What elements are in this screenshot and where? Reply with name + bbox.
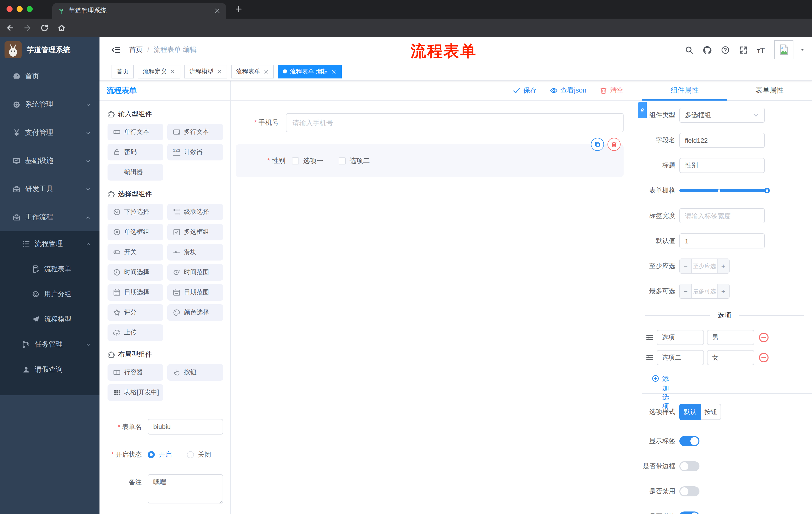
form-name-input[interactable] xyxy=(148,419,223,435)
component-item-select[interactable]: 下拉选择 xyxy=(108,204,163,220)
toggle-switch[interactable] xyxy=(679,461,699,471)
drag-handle-icon[interactable] xyxy=(646,354,654,361)
drag-handle-icon[interactable] xyxy=(646,333,654,342)
home-button[interactable] xyxy=(57,24,66,32)
delete-widget-button[interactable] xyxy=(608,138,620,151)
tab-form-props[interactable]: 表单属性 xyxy=(727,81,812,100)
tag-close-icon[interactable] xyxy=(170,69,175,74)
sidebar-item-briefcase[interactable]: 工作流程 xyxy=(0,203,99,231)
maximize-window-button[interactable] xyxy=(27,6,33,12)
component-item-clock[interactable]: 时间选择 xyxy=(108,264,163,281)
status-on-radio[interactable] xyxy=(148,451,155,458)
status-off-radio[interactable] xyxy=(187,451,194,458)
option-value-input[interactable] xyxy=(707,330,754,345)
checkbox[interactable] xyxy=(292,157,299,164)
window-controls[interactable] xyxy=(6,6,33,12)
sidebar-item-flow-list[interactable]: 流程管理 xyxy=(0,231,99,256)
tag-view-item[interactable]: 流程模型 xyxy=(184,64,227,78)
component-item-pointer[interactable]: 按钮 xyxy=(167,364,223,381)
stepper-value[interactable]: 最多可选 xyxy=(692,284,717,298)
font-size-icon[interactable]: TT xyxy=(757,46,765,54)
breadcrumb-root[interactable]: 首页 xyxy=(129,45,143,54)
tag-close-icon[interactable] xyxy=(331,69,337,74)
tab-close-icon[interactable] xyxy=(214,7,221,14)
status-on-label[interactable]: 开启 xyxy=(159,450,172,459)
tag-view-item[interactable]: 流程表单 xyxy=(231,64,274,78)
minimize-window-button[interactable] xyxy=(17,6,23,12)
github-icon[interactable] xyxy=(703,46,711,54)
title-input[interactable] xyxy=(679,158,765,173)
component-item-textarea[interactable]: 多行文本 xyxy=(167,124,223,140)
save-button[interactable]: 保存 xyxy=(513,86,536,95)
sidebar-item-user[interactable]: 请假查询 xyxy=(0,357,99,382)
sidebar-item-yen[interactable]: 支付管理 xyxy=(0,119,99,147)
field-name-input[interactable] xyxy=(679,133,765,148)
component-item-row[interactable]: 行容器 xyxy=(108,364,163,381)
style-button-button[interactable]: 按钮 xyxy=(701,404,721,420)
option-label-input[interactable] xyxy=(657,350,704,365)
clear-button[interactable]: 清空 xyxy=(600,86,624,95)
tag-view-item[interactable]: 首页 xyxy=(112,64,134,78)
option-value-input[interactable] xyxy=(707,350,754,365)
status-off-label[interactable]: 关闭 xyxy=(198,450,211,459)
stepper-plus-button[interactable]: + xyxy=(717,259,729,273)
component-item-cascader[interactable]: 级联选择 xyxy=(167,204,223,220)
component-item-switch[interactable]: 开关 xyxy=(108,244,163,261)
sidebar-item-doc-edit[interactable]: 流程表单 xyxy=(0,256,99,282)
back-button[interactable] xyxy=(6,24,14,32)
label-width-input[interactable] xyxy=(679,208,765,223)
new-tab-button[interactable] xyxy=(235,5,243,13)
component-item-checkbox[interactable]: 多选框组 xyxy=(167,224,223,240)
component-item-radio[interactable]: 单选框组 xyxy=(108,224,163,240)
help-icon[interactable] xyxy=(721,46,729,54)
component-type-select[interactable]: 多选框组 xyxy=(679,108,765,123)
checkbox[interactable] xyxy=(339,157,345,164)
sidebar-item-toolbox[interactable]: 研发工具 xyxy=(0,175,99,203)
form-grid-slider[interactable] xyxy=(679,189,766,192)
fullscreen-icon[interactable] xyxy=(739,46,748,54)
sidebar-item-paper-plane[interactable]: 流程模型 xyxy=(0,307,99,332)
toggle-switch[interactable] xyxy=(679,512,699,514)
component-item-palette[interactable]: 颜色选择 xyxy=(167,304,223,321)
tag-view-item[interactable]: 流程定义 xyxy=(138,64,180,78)
selected-widget-gender[interactable]: 性别 选项一 选项二 xyxy=(236,144,624,177)
stepper-plus-button[interactable]: + xyxy=(717,284,729,298)
gender-option-2[interactable]: 选项二 xyxy=(339,156,370,165)
view-json-button[interactable]: 查看json xyxy=(550,86,586,95)
component-item-calendar-range[interactable]: 日期范围 xyxy=(167,284,223,301)
component-item-counter[interactable]: 123计数器 xyxy=(167,144,223,160)
component-item-input-line[interactable]: 单行文本 xyxy=(108,124,163,140)
stepper-minus-button[interactable]: − xyxy=(680,259,692,273)
slider-handle[interactable] xyxy=(764,188,770,193)
sidebar-item-monitor[interactable]: 基础设施 xyxy=(0,147,99,175)
option-label-input[interactable] xyxy=(657,330,704,345)
default-value-input[interactable] xyxy=(679,233,765,248)
phone-field-input[interactable] xyxy=(286,113,624,132)
tab-component-props[interactable]: 组件属性 xyxy=(642,81,727,100)
remove-option-button[interactable] xyxy=(758,332,769,343)
component-item-upload[interactable]: 上传 xyxy=(108,324,163,341)
search-icon[interactable] xyxy=(685,46,693,54)
component-item-none[interactable]: 编辑器 xyxy=(108,164,163,181)
add-option-button[interactable]: 添加选项 xyxy=(652,373,812,383)
forward-button[interactable] xyxy=(23,24,32,32)
toggle-switch[interactable] xyxy=(679,436,699,446)
component-item-clock-range[interactable]: 时间范围 xyxy=(167,264,223,281)
tag-view-item[interactable]: 流程表单-编辑 xyxy=(278,64,342,78)
sidebar-item-branch[interactable]: 任务管理 xyxy=(0,332,99,357)
stepper-minus-button[interactable]: − xyxy=(680,284,692,298)
avatar[interactable] xyxy=(774,40,793,59)
app-logo[interactable]: 芋道管理系统 xyxy=(0,37,99,62)
component-item-lock[interactable]: 密码 xyxy=(108,144,163,160)
component-item-table[interactable]: 表格[开发中] xyxy=(108,384,163,401)
browser-tab[interactable]: 芋道管理系统 xyxy=(52,3,226,19)
copy-widget-button[interactable] xyxy=(591,138,604,151)
tag-close-icon[interactable] xyxy=(216,69,222,74)
form-remark-textarea[interactable]: 嘿嘿 xyxy=(148,474,223,504)
link-tab[interactable] xyxy=(638,102,647,118)
reload-button[interactable] xyxy=(40,24,49,32)
component-item-star[interactable]: 评分 xyxy=(108,304,163,321)
sidebar-item-gear[interactable]: 系统管理 xyxy=(0,90,99,119)
collapse-sidebar-button[interactable] xyxy=(112,45,121,54)
component-item-calendar[interactable]: 日期选择 xyxy=(108,284,163,301)
